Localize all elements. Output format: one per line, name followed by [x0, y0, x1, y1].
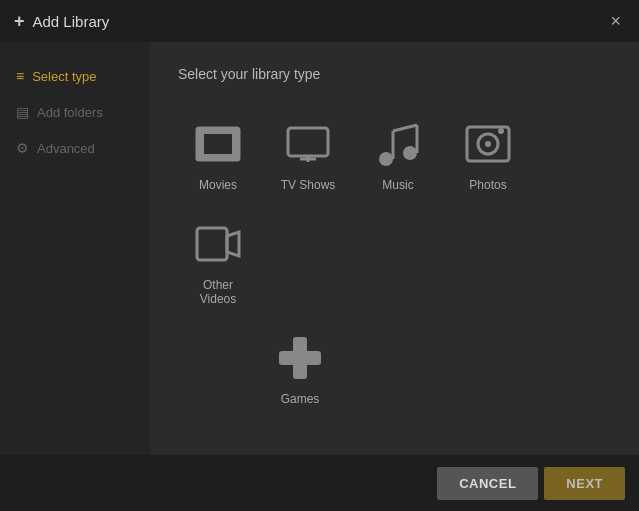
svg-rect-1 [197, 128, 204, 160]
movies-icon [192, 118, 244, 170]
svg-point-15 [485, 141, 491, 147]
svg-rect-5 [288, 128, 328, 156]
svg-rect-20 [279, 351, 321, 365]
gear-icon: ⚙ [16, 140, 29, 156]
svg-point-16 [498, 128, 504, 134]
library-types-grid: Movies TV Shows [178, 110, 611, 414]
library-type-tv-shows[interactable]: TV Shows [268, 110, 348, 200]
svg-rect-3 [204, 128, 232, 134]
svg-line-12 [393, 125, 417, 131]
title-bar-left: + Add Library [14, 11, 109, 32]
sidebar-item-label: Select type [32, 69, 96, 84]
sidebar: ≡ Select type ▤ Add folders ⚙ Advanced [0, 42, 150, 455]
music-icon [372, 118, 424, 170]
library-type-photos[interactable]: Photos [448, 110, 528, 200]
svg-point-8 [379, 152, 393, 166]
sidebar-item-add-folders[interactable]: ▤ Add folders [0, 94, 150, 130]
library-type-other-videos[interactable]: Other Videos [178, 210, 258, 314]
sidebar-item-label: Add folders [37, 105, 103, 120]
lines-icon: ≡ [16, 68, 24, 84]
photos-label: Photos [469, 178, 506, 192]
add-library-dialog: + Add Library × ≡ Select type ▤ Add fold… [0, 0, 639, 511]
games-icon [274, 332, 326, 384]
main-content: Select your library type Movies [150, 42, 639, 455]
close-button[interactable]: × [606, 10, 625, 32]
sidebar-item-advanced[interactable]: ⚙ Advanced [0, 130, 150, 166]
svg-rect-17 [197, 228, 227, 260]
games-row: Games [178, 324, 611, 414]
plus-icon: + [14, 11, 25, 32]
sidebar-item-label: Advanced [37, 141, 95, 156]
svg-marker-18 [227, 232, 239, 256]
photos-icon [462, 118, 514, 170]
library-type-games[interactable]: Games [260, 324, 340, 414]
dialog-title: Add Library [33, 13, 110, 30]
tv-icon [282, 118, 334, 170]
games-label: Games [281, 392, 320, 406]
dialog-footer: CANCEL NEXT [0, 455, 639, 511]
title-bar: + Add Library × [0, 0, 639, 42]
next-button[interactable]: NEXT [544, 467, 625, 500]
other-videos-label: Other Videos [186, 278, 250, 306]
section-title: Select your library type [178, 66, 611, 82]
library-type-movies[interactable]: Movies [178, 110, 258, 200]
library-type-music[interactable]: Music [358, 110, 438, 200]
other-videos-icon [192, 218, 244, 270]
cancel-button[interactable]: CANCEL [437, 467, 538, 500]
dialog-body: ≡ Select type ▤ Add folders ⚙ Advanced S… [0, 42, 639, 455]
svg-rect-2 [232, 128, 239, 160]
sidebar-item-select-type[interactable]: ≡ Select type [0, 58, 150, 94]
svg-point-9 [403, 146, 417, 160]
movies-label: Movies [199, 178, 237, 192]
tv-shows-label: TV Shows [281, 178, 336, 192]
svg-rect-4 [204, 154, 232, 160]
folder-icon: ▤ [16, 104, 29, 120]
music-label: Music [382, 178, 413, 192]
